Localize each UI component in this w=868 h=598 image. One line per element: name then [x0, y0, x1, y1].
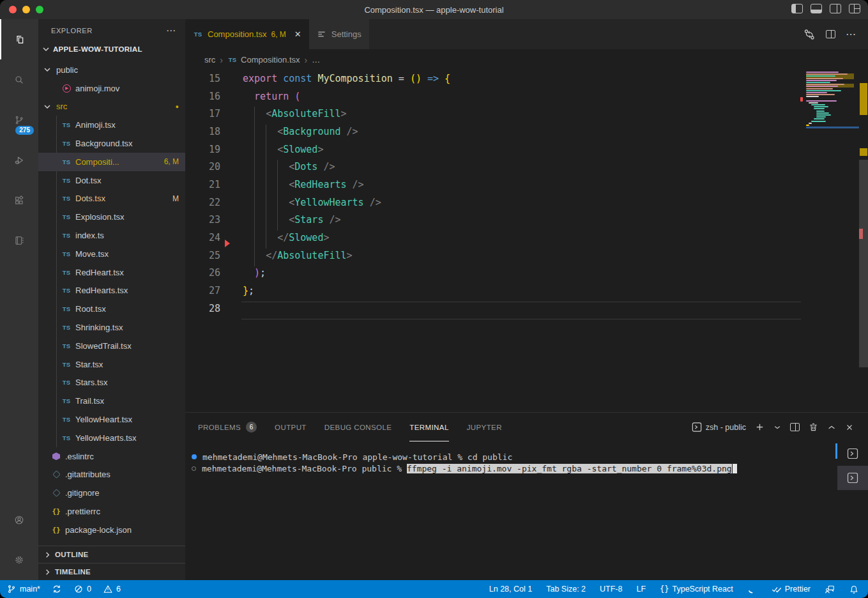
tree-item-dot-tsx[interactable]: TSDot.tsx [38, 171, 185, 190]
tree-item-animoji-mov[interactable]: ▶animoji.mov [38, 79, 185, 98]
status-bar: main*06 Ln 28, Col 1Tab Size: 2UTF-8LF{}… [0, 580, 868, 598]
warning-mark [860, 148, 867, 156]
split-terminal-icon[interactable] [790, 423, 800, 431]
activity-bar-search[interactable] [0, 59, 38, 100]
close-tab-icon[interactable]: ✕ [294, 29, 301, 39]
breadcrumb-item[interactable]: … [312, 55, 320, 65]
new-terminal-icon[interactable] [755, 422, 765, 432]
minimap[interactable] [806, 72, 859, 133]
tree-item-stars-tsx[interactable]: TSStars.tsx [38, 374, 185, 392]
status-feedback[interactable] [825, 585, 835, 594]
tree-item-star-tsx[interactable]: TSStar.tsx [38, 355, 185, 374]
panel-tab-problems[interactable]: PROBLEMS6 [198, 413, 257, 441]
command-decoration-filled[interactable] [192, 454, 197, 459]
window-title: Composition.tsx — apple-wow-tutorial [0, 5, 868, 15]
tree-item-dots-tsx[interactable]: TSDots.tsxM [38, 190, 185, 208]
command-decoration-outline[interactable] [192, 466, 196, 471]
activity-bar-explorer[interactable] [0, 19, 38, 59]
file-label: Trail.tsx [75, 396, 104, 406]
status-eol[interactable]: LF [636, 585, 646, 594]
typescript-file-icon: TS [61, 361, 72, 368]
sidebar-pinned-sections: OUTLINE TIMELINE [38, 546, 185, 580]
open-changes-icon[interactable] [803, 28, 816, 41]
split-editor-icon[interactable] [826, 30, 835, 38]
tree-item--eslintrc[interactable]: .eslintrc [38, 447, 185, 466]
status-indentation[interactable]: Tab Size: 2 [546, 585, 586, 594]
terminal-text: mehmetademi@Mehmets-MacBook-Pro apple-wo… [202, 452, 512, 462]
tree-item-background-tsx[interactable]: TSBackground.tsx [38, 134, 185, 153]
activity-bar-notebook[interactable] [0, 220, 38, 261]
status-branch-status[interactable]: main* [6, 585, 40, 594]
tree-item-src[interactable]: src● [38, 98, 185, 116]
terminal-instance-2[interactable] [837, 466, 868, 490]
activity-bar-account[interactable] [0, 500, 38, 540]
maximize-panel-icon[interactable] [827, 423, 836, 432]
status-language-mode[interactable]: {}TypeScript React [660, 585, 733, 594]
tree-item-explosion-tsx[interactable]: TSExplosion.tsx [38, 208, 185, 226]
tree-item-slowedtrail-tsx[interactable]: TSSlowedTrail.tsx [38, 337, 185, 355]
active-terminal-select[interactable]: zsh - public [692, 422, 746, 433]
typescript-file-icon: TS [61, 269, 72, 276]
toggle-sidebar-icon[interactable] [791, 4, 803, 13]
terminal-output[interactable]: mehmetademi@Mehmets-MacBook-Pro apple-wo… [192, 451, 830, 474]
tree-item-yellowhearts-tsx[interactable]: TSYellowHearts.tsx [38, 429, 185, 447]
tree-item--prettierrc[interactable]: {}.prettierrc [38, 502, 185, 521]
code-text: </Slowed> [220, 229, 329, 247]
overview-ruler[interactable] [859, 70, 868, 412]
tree-item-index-ts[interactable]: TSindex.ts [38, 226, 185, 245]
status-warning-count[interactable]: 6 [103, 585, 121, 594]
tree-item-redheart-tsx[interactable]: TSRedHeart.tsx [38, 263, 185, 282]
tree-item-yellowheart-tsx[interactable]: TSYellowHeart.tsx [38, 410, 185, 429]
tree-item-animoji-tsx[interactable]: TSAnimoji.tsx [38, 116, 185, 134]
status-encoding[interactable]: UTF-8 [600, 585, 622, 594]
tree-item--gitattributes[interactable]: .gitattributes [38, 466, 185, 484]
code-text: <RedHearts /> [220, 176, 364, 194]
tree-item-shrinking-tsx[interactable]: TSShrinking.tsx [38, 318, 185, 337]
status-error-count[interactable]: 0 [73, 585, 91, 594]
workspace-section-header[interactable]: APPLE-WOW-TUTORIAL [38, 42, 185, 57]
status-background-task[interactable] [747, 585, 758, 594]
panel-tab-output[interactable]: OUTPUT [275, 413, 307, 441]
tree-item-public[interactable]: public [38, 61, 185, 79]
terminal-instance-1[interactable] [837, 441, 868, 466]
status-notifications[interactable] [849, 585, 859, 594]
close-panel-icon[interactable] [845, 423, 854, 432]
editor-scrollbar-thumb[interactable] [859, 160, 868, 367]
customize-layout-icon[interactable] [849, 4, 860, 13]
tree-item-redhearts-tsx[interactable]: TSRedHearts.tsx [38, 282, 185, 300]
panel-tab-jupyter[interactable]: JUPYTER [467, 413, 502, 441]
activity-bar-extensions[interactable] [0, 180, 38, 220]
status-formatter[interactable]: Prettier [772, 585, 811, 594]
activity-bar-source-control[interactable]: 275 [0, 100, 38, 140]
sidebar-more-actions-icon[interactable]: ⋯ [166, 25, 176, 36]
tab-composition-tsx[interactable]: TSComposition.tsx6, M✕ [185, 19, 309, 49]
activity-bar-settings[interactable] [0, 540, 38, 580]
line-number: 24 [185, 229, 220, 247]
panel-tab-terminal[interactable]: TERMINAL [409, 413, 448, 441]
code-editor[interactable]: 15export const MyComposition = () => {16… [185, 70, 868, 412]
status-sync-status[interactable] [52, 585, 62, 594]
panel-tab-debug-console[interactable]: DEBUG CONSOLE [324, 413, 392, 441]
tree-item--gitignore[interactable]: .gitignore [38, 484, 185, 502]
tree-item-trail-tsx[interactable]: TSTrail.tsx [38, 392, 185, 410]
toggle-secondary-sidebar-icon[interactable] [830, 4, 841, 13]
outline-section-header[interactable]: OUTLINE [38, 546, 185, 563]
breadcrumb-item[interactable]: TSComposition.tsx [227, 55, 300, 65]
warning-icon [103, 585, 113, 594]
tree-item-package-lock-json[interactable]: {}package-lock.json [38, 521, 185, 539]
tab-settings[interactable]: Settings [309, 19, 369, 49]
terminal-instances-list [837, 441, 868, 490]
code-line-18: 18 <Background /> [185, 123, 868, 141]
activity-bar-run-and-debug[interactable] [0, 140, 38, 180]
timeline-section-header[interactable]: TIMELINE [38, 563, 185, 580]
terminal-dropdown-icon[interactable] [773, 424, 781, 431]
tree-item-move-tsx[interactable]: TSMove.tsx [38, 245, 185, 263]
more-actions-icon[interactable]: ⋯ [846, 28, 857, 40]
breadcrumb-item[interactable]: src [204, 55, 215, 65]
toggle-panel-icon[interactable] [811, 4, 822, 13]
bell-icon [849, 585, 859, 594]
kill-terminal-icon[interactable] [809, 422, 818, 432]
tree-item-compositi-[interactable]: TSCompositi...6, M [38, 153, 185, 171]
tree-item-root-tsx[interactable]: TSRoot.tsx [38, 300, 185, 318]
status-cursor-position[interactable]: Ln 28, Col 1 [489, 585, 532, 594]
